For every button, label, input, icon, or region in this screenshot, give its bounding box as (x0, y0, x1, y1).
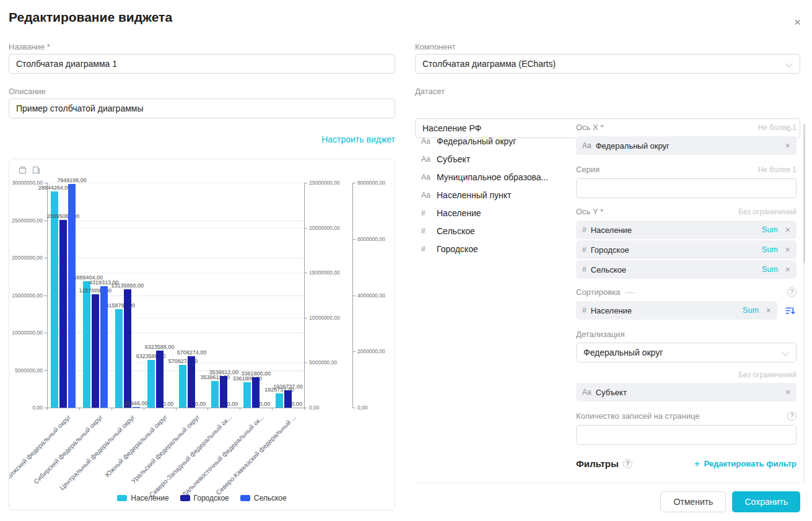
dataset-field-item[interactable]: AaМуниципальное образова... (421, 168, 573, 186)
aggregation-label[interactable]: Sum (762, 265, 778, 274)
widget-description-input[interactable] (9, 99, 395, 118)
cancel-button[interactable]: Отменить (660, 491, 726, 512)
widget-config-panel: Ось X * Не более 1 AaФедеральный округ× … (576, 123, 797, 469)
page-title: Редактирование виджета (9, 10, 172, 25)
remove-icon[interactable]: × (785, 245, 790, 254)
bar-value-label: 7949198,00 (57, 177, 87, 183)
axis-tick-label: 10000000,00 (309, 315, 340, 321)
axis-tick-label: 20000000,00 (12, 255, 43, 261)
legend-label: Сельское (254, 494, 287, 502)
chart-preview-panel: 0,005000000,0010000000,0015000000,002000… (9, 159, 395, 510)
field-chip: AaФедеральный округ× (576, 136, 797, 155)
series-input[interactable] (576, 178, 797, 198)
sorting-label: Сортировка (576, 287, 620, 297)
axis-tick (44, 296, 47, 296)
x-axis-label: Сибирский федеральный округ (32, 413, 104, 485)
y-axis-limit: Без ограничений (738, 208, 797, 216)
bar-Городское (188, 356, 195, 408)
page-size-help-icon[interactable]: ? (787, 411, 797, 421)
bar-Сельское (133, 407, 140, 408)
page-size-input[interactable] (576, 425, 797, 445)
x-axis-limit: Не более 1 (758, 123, 797, 132)
chip-label: Городское (591, 245, 629, 255)
bar-value-label: 0,00 (291, 401, 302, 407)
bar-Сельское (100, 286, 108, 408)
detail-limit: Без ограничений (738, 370, 797, 379)
legend-item[interactable]: Городское (180, 494, 229, 502)
axis-tick (304, 228, 307, 229)
toolbox-save-image-icon[interactable] (32, 165, 41, 175)
configure-widget-row: Настроить виджет (9, 134, 395, 145)
dataset-field-item[interactable]: AaСубъект (421, 150, 573, 168)
bar-chart: 0,005000000,0010000000,0015000000,002000… (9, 159, 395, 510)
component-select[interactable]: Столбчатая диаграмма (ECharts) (415, 54, 800, 74)
axis-tick-label: 0,00 (309, 405, 320, 411)
axis-tick (352, 296, 356, 296)
axis-tick-label: 15000000,00 (309, 269, 340, 276)
filters-help-icon[interactable]: ? (623, 459, 632, 468)
chip-label: Субъект (596, 388, 627, 397)
save-button[interactable]: Сохранить (732, 491, 800, 512)
toolbox-restore-icon[interactable] (18, 165, 27, 175)
remove-icon[interactable]: × (785, 265, 790, 274)
field-type-icon: Aa (582, 141, 592, 150)
axis-tick (44, 333, 47, 333)
field-type-icon: Aa (421, 191, 431, 199)
field-type-icon: # (582, 265, 587, 274)
page-size-label-row: Количество записей на странице ? (576, 411, 797, 421)
gridline (47, 258, 304, 258)
legend-swatch (180, 495, 190, 501)
dataset-field-item[interactable]: AaФедеральный округ (421, 132, 573, 150)
chevron-down-icon (785, 60, 792, 67)
chip-label: Сельское (591, 265, 626, 274)
bar-value-label: 22948,00 (124, 400, 148, 406)
field-chip: #СельскоеSum× (576, 260, 797, 279)
bar-value-label: 0,00 (163, 401, 174, 407)
chevron-down-icon (782, 349, 788, 356)
bar-Население (115, 309, 123, 408)
bar-value-label: 0,00 (195, 401, 206, 407)
dataset-field-item[interactable]: #Сельское (421, 222, 573, 240)
detail-label: Детализация (576, 330, 797, 339)
close-icon[interactable]: × (794, 16, 801, 28)
field-type-icon: # (582, 225, 587, 234)
component-label: Компонент (415, 42, 456, 51)
bar-value-label: 6323588,00 (145, 344, 175, 350)
scrollbar-thumb[interactable] (803, 124, 805, 263)
detail-select[interactable]: Федеральный округ (576, 343, 797, 362)
axis-tick (352, 408, 356, 408)
remove-icon[interactable]: × (785, 225, 790, 234)
y-axis-label: Ось Y * (576, 207, 603, 216)
configure-widget-link[interactable]: Настроить виджет (321, 134, 395, 144)
sort-descending-icon[interactable] (783, 304, 797, 317)
remove-icon[interactable]: × (785, 141, 790, 150)
y-axis-label-row: Ось Y * Без ограничений (576, 207, 797, 216)
remove-icon[interactable]: × (766, 306, 771, 315)
x-axis-label-row: Ось X * Не более 1 (576, 123, 797, 132)
aggregation-label[interactable]: Sum (762, 225, 778, 234)
legend-item[interactable]: Население (117, 494, 168, 502)
field-type-icon: Aa (421, 137, 431, 146)
dataset-field-item[interactable]: #Городское (421, 240, 573, 258)
edit-filter-link[interactable]: + Редактировать фильтр (694, 458, 797, 469)
gridline (47, 273, 304, 273)
axis-tick (304, 273, 307, 273)
legend-item[interactable]: Сельское (240, 494, 287, 502)
axis-tick-label: 0,00 (357, 405, 368, 411)
field-chip: #НаселениеSum× (576, 221, 797, 239)
axis-tick-label: 2000000,00 (357, 348, 385, 354)
legend-swatch (117, 495, 127, 501)
aggregation-label[interactable]: Sum (762, 245, 778, 254)
bar-value-label: 28844264,00 (38, 185, 71, 191)
page-size-label: Количество записей на странице (576, 411, 699, 421)
aggregation-label[interactable]: Sum (743, 306, 759, 315)
remove-icon[interactable]: × (785, 388, 790, 396)
sorting-help-icon[interactable]: ? (787, 287, 797, 297)
widget-name-input[interactable] (9, 54, 395, 74)
gridline (47, 221, 304, 221)
x-axis-tick (176, 408, 177, 410)
dataset-field-item[interactable]: #Население (421, 204, 573, 222)
field-name: Федеральный округ (437, 136, 516, 146)
dataset-field-item[interactable]: AaНаселенный пункт (421, 186, 573, 204)
chip-label: Население (591, 225, 632, 235)
